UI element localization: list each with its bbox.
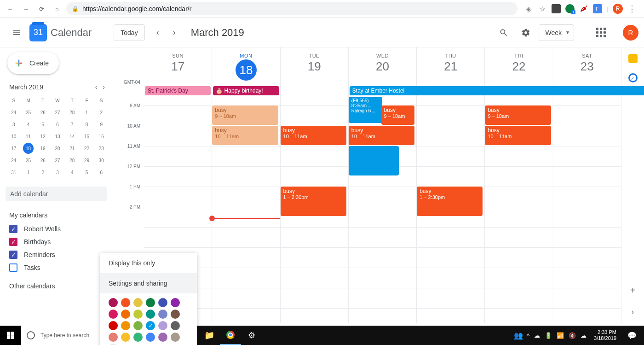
steam-icon[interactable]: ⚙	[241, 326, 262, 345]
allday-cell[interactable]: St. Patrick's Day	[144, 86, 212, 97]
color-option[interactable]	[109, 333, 118, 342]
volume-icon[interactable]: 🔇	[569, 332, 576, 339]
mini-day[interactable]: 25	[21, 154, 36, 166]
search-icon[interactable]	[494, 23, 513, 42]
mini-day[interactable]: 5	[35, 118, 50, 130]
mini-day[interactable]: 24	[6, 106, 21, 118]
color-option[interactable]	[158, 310, 167, 319]
system-tray[interactable]: ^ ☁ 🔋 📶 🔇 ☁	[527, 332, 586, 339]
next-week-button[interactable]: ›	[166, 24, 183, 41]
flight-event[interactable]: (F9 565)8:35am –Raleigh R...	[349, 97, 383, 123]
event-stay-ember-hostel[interactable]: Stay at Ember Hostel	[350, 86, 644, 95]
color-option[interactable]	[146, 310, 155, 319]
day-column[interactable]: busy1 – 2:30pm	[416, 97, 484, 323]
star-icon[interactable]: ☆	[538, 4, 547, 13]
color-option[interactable]	[121, 333, 130, 342]
ext-icon[interactable]: F	[593, 4, 602, 13]
mini-day[interactable]: 12	[35, 130, 50, 142]
color-option[interactable]	[121, 321, 130, 330]
reload-button[interactable]: ⟳	[35, 2, 48, 15]
forward-button[interactable]: →	[19, 2, 32, 15]
people-icon[interactable]: 👥	[514, 331, 523, 340]
mini-day[interactable]: 9	[94, 118, 109, 130]
mini-day[interactable]: 20	[50, 142, 65, 154]
mini-day[interactable]: 2	[35, 166, 50, 178]
cloud-icon[interactable]: ☁	[534, 332, 540, 339]
mini-day[interactable]: 11	[21, 130, 36, 142]
calendar-event[interactable]: busy1 – 2:30pm	[417, 187, 483, 216]
view-selector[interactable]: Week▼	[539, 24, 574, 41]
mini-day[interactable]: 2	[94, 106, 109, 118]
mini-day[interactable]: 8	[80, 118, 94, 130]
color-option[interactable]	[146, 333, 155, 342]
mini-day[interactable]: 31	[6, 166, 21, 178]
mini-day[interactable]: 22	[80, 142, 94, 154]
mini-day[interactable]: 28	[65, 106, 80, 118]
day-column[interactable]: (F9 565)8:35am –Raleigh R...busy9 – 10am…	[348, 97, 416, 323]
mini-day[interactable]: 5	[80, 166, 94, 178]
day-header[interactable]: MON18	[212, 47, 280, 86]
color-option[interactable]	[121, 298, 130, 307]
day-header[interactable]: THU21	[416, 47, 484, 86]
mini-day[interactable]: 24	[6, 154, 21, 166]
prev-week-button[interactable]: ‹	[150, 24, 166, 41]
today-button[interactable]: Today	[114, 24, 144, 41]
mini-next-month[interactable]: ›	[103, 83, 105, 91]
calendar-event[interactable]: busy9 – 10am	[381, 105, 415, 125]
ext-icon[interactable]: 🌶	[579, 4, 588, 13]
mini-day[interactable]: 1	[21, 166, 36, 178]
mini-day[interactable]: 17	[6, 142, 21, 154]
calendar-event[interactable]: busy10 – 11am	[212, 126, 278, 145]
mini-day[interactable]: 25	[21, 106, 36, 118]
profile-avatar[interactable]: R	[613, 4, 623, 14]
mini-day[interactable]: 4	[65, 166, 80, 178]
color-option[interactable]	[158, 333, 167, 342]
color-option[interactable]	[146, 298, 155, 307]
mini-day[interactable]: 27	[50, 106, 65, 118]
browser-menu-icon[interactable]: ⋮	[627, 4, 637, 14]
day-column[interactable]	[553, 97, 621, 323]
calendar-event[interactable]	[349, 146, 399, 175]
color-option[interactable]	[171, 333, 180, 342]
onedrive-icon[interactable]: ☁	[581, 332, 586, 339]
calendar-checkbox[interactable]: ✓	[9, 251, 17, 259]
day-header[interactable]: SAT23	[553, 47, 621, 86]
color-option[interactable]	[109, 310, 118, 319]
mini-day[interactable]: 19	[35, 142, 50, 154]
mini-day[interactable]: 13	[50, 130, 65, 142]
mini-day[interactable]: 3	[6, 118, 21, 130]
settings-sharing-option[interactable]: Settings and sharing	[100, 273, 197, 293]
day-header[interactable]: FRI22	[484, 47, 552, 86]
mini-calendar[interactable]: SMTWTFS 24252627281234567891011121314151…	[6, 93, 118, 180]
day-column[interactable]: busy9 – 10ambusy10 – 11am	[212, 97, 280, 323]
calendar-event[interactable]: busy10 – 11am	[281, 126, 346, 145]
mini-day[interactable]: 28	[65, 154, 80, 166]
color-option[interactable]	[158, 321, 167, 330]
add-calendar-input[interactable]: Add calendar	[6, 187, 107, 201]
color-option[interactable]: ✓	[146, 321, 155, 330]
color-option[interactable]	[133, 333, 143, 342]
file-explorer-icon[interactable]: 📁	[199, 326, 220, 345]
mini-day[interactable]: 15	[80, 130, 94, 142]
mini-day[interactable]: 26	[35, 106, 50, 118]
calendar-event[interactable]: busy9 – 10am	[485, 105, 551, 125]
mini-day[interactable]: 3	[50, 166, 65, 178]
color-option[interactable]	[133, 298, 143, 307]
notification-icon[interactable]: 💬	[624, 331, 640, 340]
add-addon-button[interactable]: +	[630, 285, 636, 296]
color-option[interactable]	[171, 310, 180, 319]
wifi-icon[interactable]: 📶	[557, 332, 564, 339]
tray-chevron-icon[interactable]: ^	[527, 332, 529, 339]
day-header[interactable]: WED20	[348, 47, 416, 86]
calendar-checkbox[interactable]: ✓	[9, 238, 17, 246]
mini-day[interactable]: 18	[23, 143, 34, 154]
event-st-patricks[interactable]: St. Patrick's Day	[145, 86, 211, 95]
color-option[interactable]	[158, 298, 167, 307]
settings-icon[interactable]	[517, 23, 535, 42]
calendar-event[interactable]: busy10 – 11am	[349, 126, 414, 145]
day-column[interactable]: busy10 – 11ambusy1 – 2:30pm	[280, 97, 348, 323]
calendar-item[interactable]: ✓Birthdays	[6, 235, 118, 248]
mini-day[interactable]: 30	[94, 154, 109, 166]
mini-day[interactable]: 23	[94, 142, 109, 154]
mini-day[interactable]: 26	[35, 154, 50, 166]
